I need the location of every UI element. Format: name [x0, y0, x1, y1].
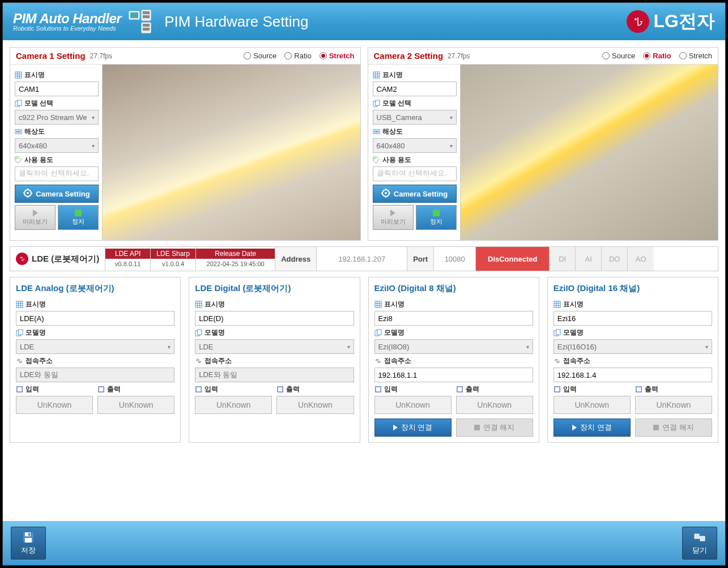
display-name-input[interactable] — [15, 82, 99, 96]
view-mode-group: SourceRatioStretch — [602, 52, 712, 60]
resolution-label: 해상도 — [15, 127, 99, 136]
resolution-label: 해상도 — [373, 127, 457, 136]
titlebar-left: PIM Auto Handler Robotic Solutions to Ev… — [13, 9, 308, 34]
lde-rel-col: Release Date 2022-04-25 19:45:00 — [196, 247, 275, 271]
stop-button[interactable]: 정지 — [416, 205, 457, 230]
output-col: 출력 UnKnown — [456, 382, 533, 414]
addr-label: 접속주소 — [554, 356, 712, 366]
svg-point-9 — [635, 18, 637, 20]
camera-header: Camera 2 Setting 27.7fps SourceRatioStre… — [368, 48, 718, 65]
model-label: 모델명 — [195, 328, 354, 338]
resolution-select[interactable]: 640x480▾ — [373, 138, 457, 153]
ai-tab[interactable]: AI — [576, 247, 602, 271]
device-connect-button[interactable]: 장치 연결 — [554, 418, 631, 437]
radio-label: Stretch — [329, 52, 355, 60]
do-tab[interactable]: DO — [602, 247, 628, 271]
resolution-select[interactable]: 640x480▾ — [15, 138, 99, 153]
svg-rect-72 — [377, 330, 381, 335]
save-button[interactable]: 저장 — [11, 527, 46, 560]
display-name-input[interactable] — [373, 82, 457, 96]
app-window: PIM Auto Handler Robotic Solutions to Ev… — [2, 2, 726, 566]
port-input[interactable]: 10080 — [434, 247, 476, 271]
svg-rect-19 — [18, 131, 19, 133]
view-source-radio[interactable]: Source — [244, 52, 276, 60]
usage-input[interactable]: 클릭하여 선택하세요. — [15, 166, 99, 181]
stop-icon — [474, 425, 480, 430]
radio-icon — [320, 52, 327, 59]
radio-icon — [602, 52, 610, 59]
camera-setting-button[interactable]: Camera Setting — [15, 185, 99, 203]
input-label: 입력 — [554, 385, 631, 394]
chevron-down-icon: ▾ — [450, 143, 453, 149]
svg-rect-18 — [16, 131, 18, 133]
input-label: 입력 — [374, 385, 452, 394]
chevron-down-icon: ▾ — [705, 344, 708, 350]
device-addr-input[interactable] — [195, 368, 354, 382]
device-disconnect-button[interactable]: 연결 해지 — [635, 418, 712, 437]
svg-rect-1 — [130, 12, 138, 18]
gear-icon — [381, 189, 390, 199]
addr-input[interactable]: 192.168.1.207 — [317, 247, 407, 271]
chevron-down-icon: ▾ — [92, 143, 95, 149]
device-model-select[interactable]: Ezi(I16O16)▾ — [554, 339, 712, 354]
save-label: 저장 — [21, 545, 36, 556]
display-label: 표시명 — [373, 70, 457, 80]
io-row: 입력 UnKnown 출력 UnKnown — [374, 382, 533, 414]
device-model-select[interactable]: LDE▾ — [195, 339, 354, 354]
lde-api-col: LDE API v0.8.0.11 — [105, 247, 151, 271]
usage-input[interactable]: 클릭하여 선택하세요. — [373, 166, 457, 181]
output-col: 출력 UnKnown — [635, 382, 712, 414]
device-model-select[interactable]: LDE▾ — [16, 339, 174, 354]
view-ratio-radio[interactable]: Ratio — [284, 52, 311, 60]
chevron-down-icon: ▾ — [526, 344, 529, 350]
device-display-input[interactable] — [374, 311, 533, 326]
view-stretch-radio[interactable]: Stretch — [679, 52, 712, 60]
radio-icon — [643, 52, 650, 59]
stop-button[interactable]: 정지 — [58, 205, 99, 230]
svg-point-39 — [374, 158, 375, 159]
svg-rect-3 — [143, 11, 150, 14]
usage-label: 사용 용도 — [373, 155, 457, 165]
device-model-select[interactable]: Ezi(I8O8)▾ — [374, 339, 533, 354]
view-source-radio[interactable]: Source — [602, 52, 635, 60]
device-addr-input[interactable] — [16, 368, 174, 382]
device-display-input[interactable] — [195, 311, 354, 326]
camera-fps: 27.7fps — [448, 52, 470, 60]
svg-rect-87 — [28, 533, 30, 536]
addr-label: Address — [275, 247, 317, 271]
input-value: UnKnown — [554, 396, 631, 414]
device-addr-input[interactable] — [554, 368, 712, 382]
device-connect-button[interactable]: 장치 연결 — [374, 418, 452, 437]
input-label: 입력 — [195, 385, 272, 394]
io-row: 입력 UnKnown 출력 UnKnown — [16, 382, 174, 414]
input-label: 입력 — [16, 385, 93, 394]
svg-point-47 — [20, 257, 22, 258]
preview-button[interactable]: 미리보기 — [373, 205, 414, 230]
device-display-input[interactable] — [16, 311, 174, 326]
radio-label: Ratio — [294, 52, 311, 60]
display-label: 표시명 — [16, 300, 174, 309]
ao-tab[interactable]: AO — [628, 247, 654, 271]
output-col: 출력 UnKnown — [276, 382, 354, 414]
model-select[interactable]: c922 Pro Stream We▾ — [15, 110, 99, 125]
port-label: Port — [407, 247, 434, 271]
device-display-input[interactable] — [554, 311, 712, 326]
close-label: 닫기 — [692, 545, 707, 556]
content: Camera 1 Setting 27.7fps SourceRatioStre… — [3, 40, 725, 521]
gear-icon — [23, 189, 32, 199]
preview-button[interactable]: 미리보기 — [15, 205, 56, 230]
device-disconnect-button[interactable]: 연결 해지 — [456, 418, 533, 437]
device-panel-2: EziIO (Digital 8 채널) 표시명 모델명 Ezi(I8O8)▾ … — [368, 277, 539, 443]
device-addr-input[interactable] — [374, 368, 533, 382]
view-stretch-radio[interactable]: Stretch — [320, 52, 355, 60]
close-button[interactable]: 닫기 — [682, 527, 717, 560]
view-ratio-radio[interactable]: Ratio — [643, 52, 671, 60]
model-select[interactable]: USB_Camera▾ — [373, 110, 457, 125]
device-title: LDE Analog (로봇제어기) — [16, 283, 174, 294]
di-tab[interactable]: DI — [550, 247, 576, 271]
footer: 저장 닫기 — [3, 521, 725, 565]
camera-setting-button[interactable]: Camera Setting — [373, 185, 457, 203]
svg-rect-55 — [17, 387, 22, 392]
radio-icon — [244, 52, 251, 59]
app-subtitle: Robotic Solutions to Everyday Needs — [13, 25, 121, 32]
